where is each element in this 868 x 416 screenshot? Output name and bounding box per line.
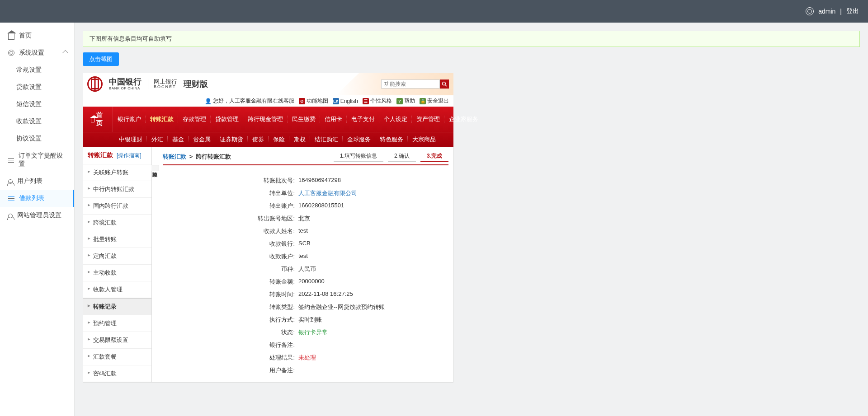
detail-label: 转账时间:: [163, 290, 298, 299]
crumb-current: 跨行转账汇款: [196, 153, 231, 160]
nav-item[interactable]: 结汇购汇: [310, 132, 343, 147]
bank-side-item[interactable]: 转账记录: [83, 298, 151, 315]
brand-version: 理财版: [184, 79, 208, 89]
nav-item[interactable]: 外汇: [147, 132, 168, 147]
nav-item[interactable]: 大宗商品: [408, 132, 440, 147]
util-style[interactable]: ☰个性风格: [363, 97, 392, 105]
separator: |: [840, 8, 842, 15]
brand-sub-cn: 网上银行: [154, 79, 177, 85]
sidebar-item-order-text[interactable]: 订单文字提醒设置: [0, 147, 74, 173]
detail-value: [298, 341, 448, 349]
nav-item[interactable]: 证券期货: [215, 132, 248, 147]
detail-value: [298, 366, 448, 374]
bank-side-item[interactable]: 主动收款: [83, 265, 151, 281]
logout-link[interactable]: 登出: [846, 7, 859, 15]
detail-label: 用户备注:: [163, 366, 298, 374]
detail-row: 处理结果:未处理: [163, 351, 448, 364]
operation-guide-link[interactable]: [操作指南]: [117, 152, 142, 159]
detail-label: 转账类型:: [163, 303, 298, 311]
sidebar-item-receipt-settings[interactable]: 收款设置: [0, 113, 74, 130]
nav-item[interactable]: 特色服务: [375, 132, 408, 147]
step-1: 1.填写转账信息: [334, 151, 383, 162]
nav-item[interactable]: 中银理财: [114, 132, 147, 147]
detail-label: 转账批次号:: [163, 177, 298, 185]
sidebar-item-agreement-settings[interactable]: 协议设置: [0, 130, 74, 147]
side-menu-title: 转账汇款 [操作指南]: [83, 147, 151, 164]
bank-side-item[interactable]: 定向汇款: [83, 248, 151, 265]
detail-row: 转出账户:16602808015501: [163, 200, 448, 212]
user-avatar-icon: [806, 7, 814, 15]
nav-item[interactable]: 期权: [289, 132, 310, 147]
detail-label: 转出单位:: [163, 189, 298, 197]
admin-icon: [8, 214, 13, 218]
detail-label: 执行方式:: [163, 316, 298, 324]
nav-item[interactable]: 存款管理: [178, 112, 211, 126]
detail-value: 人民币: [298, 265, 448, 273]
sidebar-item-label: 收款设置: [16, 117, 42, 126]
util-map[interactable]: ⊙功能地图: [299, 97, 328, 105]
detail-label: 转出账号地区:: [163, 215, 298, 223]
nav-row-1: 银行账户转账汇款存款管理贷款管理跨行现金管理民生缴费信用卡电子支付个人设定资产管…: [113, 112, 483, 126]
sidebar-item-label: 借款列表: [19, 194, 44, 202]
nav-home[interactable]: 首页: [83, 107, 113, 132]
nav-item[interactable]: 民生缴费: [288, 112, 320, 126]
nav-item[interactable]: 个人设定: [379, 112, 412, 126]
bank-side-item[interactable]: 密码汇款: [83, 365, 151, 382]
svg-line-1: [445, 85, 447, 86]
detail-label: 银行备注:: [163, 341, 298, 349]
bank-side-item[interactable]: 收款人管理: [83, 281, 151, 298]
sidebar-item-general-settings[interactable]: 常规设置: [0, 61, 74, 79]
bank-side-item[interactable]: 交易限额设置: [83, 332, 151, 349]
sidebar-item-sms-settings[interactable]: 短信设置: [0, 96, 74, 113]
util-logout[interactable]: 🔒安全退出: [420, 97, 449, 105]
hide-menu-tab[interactable]: 隐藏菜单: [152, 147, 158, 382]
search-button[interactable]: [440, 79, 449, 89]
nav-item[interactable]: 企业家服务: [444, 112, 483, 126]
util-help[interactable]: ?帮助: [396, 97, 415, 105]
sidebar-item-loan-list[interactable]: 借款列表: [0, 190, 74, 207]
nav-item[interactable]: 跨行现金管理: [243, 112, 288, 126]
nav-item[interactable]: 资产管理: [412, 112, 444, 126]
sidebar-item-home[interactable]: 首页: [0, 27, 74, 44]
bank-side-item[interactable]: 国内跨行汇款: [83, 198, 151, 215]
nav-item[interactable]: 保险: [269, 132, 289, 147]
nav-item[interactable]: 贵金属: [189, 132, 215, 147]
sidebar-item-user-list[interactable]: 用户列表: [0, 173, 74, 190]
util-english[interactable]: EnEnglish: [333, 98, 358, 104]
detail-value: test: [298, 227, 448, 235]
sidebar-item-system-settings[interactable]: 系统设置: [0, 44, 74, 61]
sidebar-item-label: 短信设置: [16, 100, 42, 108]
bank-side-item[interactable]: 预约管理: [83, 315, 151, 332]
nav-item[interactable]: 债券: [248, 132, 269, 147]
nav-item[interactable]: 银行账户: [113, 112, 146, 126]
bank-side-item[interactable]: 中行内转账汇款: [83, 181, 151, 198]
detail-value: 1649606947298: [298, 177, 448, 185]
detail-row: 转出单位:人工客服金融有限公司: [163, 187, 448, 200]
nav-item[interactable]: 转账汇款: [146, 112, 178, 126]
bank-page: 中国银行 BANK OF CHINA 网上银行 BOCNET 理财版: [83, 73, 453, 383]
brand-cn: 中国银行: [109, 78, 142, 87]
nav-item[interactable]: 全球服务: [343, 132, 375, 147]
style-icon: ☰: [363, 98, 369, 104]
bank-side-item[interactable]: 跨境汇款: [83, 215, 151, 231]
nav-item[interactable]: 电子支付: [347, 112, 379, 126]
screenshot-button[interactable]: 点击截图: [83, 52, 119, 66]
utility-bar: 您好，人工客服金融有限在线客服 ⊙功能地图 EnEnglish ☰个性风格 ?帮…: [83, 95, 453, 107]
sidebar-item-site-admin[interactable]: 网站管理员设置: [0, 207, 74, 224]
bank-side-item[interactable]: 关联账户转账: [83, 164, 151, 181]
detail-label: 币种:: [163, 265, 298, 273]
nav-item[interactable]: 贷款管理: [211, 112, 243, 126]
breadcrumb: 转账汇款 > 跨行转账汇款: [163, 153, 231, 161]
detail-row: 银行备注:: [163, 339, 448, 351]
detail-row: 用户备注:: [163, 364, 448, 377]
bank-side-item[interactable]: 批量转账: [83, 231, 151, 248]
home-icon: [91, 118, 94, 122]
lock-icon: 🔒: [420, 98, 426, 104]
nav-item[interactable]: 基金: [168, 132, 189, 147]
sidebar-item-label: 首页: [19, 32, 32, 40]
bank-side-item[interactable]: 汇款套餐: [83, 349, 151, 365]
search-input[interactable]: [381, 79, 440, 89]
sidebar-item-loan-settings[interactable]: 贷款设置: [0, 79, 74, 96]
nav-item[interactable]: 信用卡: [320, 112, 347, 126]
crumb-parent[interactable]: 转账汇款: [163, 153, 186, 160]
